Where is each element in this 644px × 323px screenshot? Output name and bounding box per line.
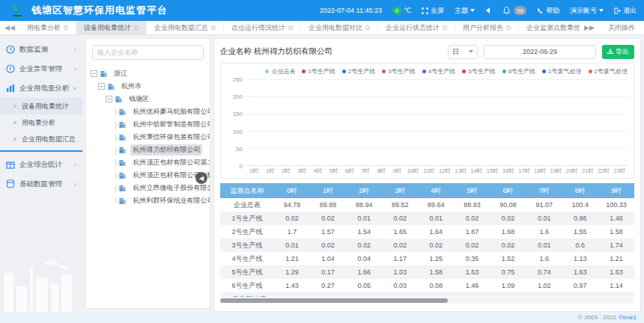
bar-column-22时[interactable]	[595, 79, 611, 165]
tab-点位运行情况统计[interactable]: 点位运行情况统计	[224, 21, 301, 34]
sidebar-item-数据监测[interactable]: 数据监测‹	[0, 40, 82, 59]
bar-column-14时[interactable]	[469, 79, 484, 165]
tree-node-杭州顶正包材有限公司第二工厂[interactable]: ├杭州顶正包材有限公司第二工厂	[88, 156, 208, 169]
tab-企业运行状态统计[interactable]: 企业运行状态统计	[378, 21, 455, 34]
tree-node-杭州秉信环保包装有限公司[interactable]: ├杭州秉信环保包装有限公司	[88, 131, 208, 144]
value-cell: 94.78	[274, 198, 310, 212]
bar-column-2时[interactable]	[278, 79, 294, 165]
legend-item-1号废气处理[interactable]: 1号废气处理	[542, 67, 581, 76]
bar-column-21时[interactable]	[580, 79, 595, 165]
tree-node-杭州立昂微电子股份有限公司[interactable]: ├杭州立昂微电子股份有限公司	[88, 182, 208, 194]
tab-dot-icon[interactable]	[288, 25, 293, 30]
tree-node-杭州得力纺织有限公司[interactable]: ├杭州得力纺织有限公司	[88, 144, 208, 156]
tabs-scroll-left-icon[interactable]: ◀◀	[0, 21, 19, 34]
legend-item-企业总表[interactable]: 企业总表	[265, 67, 295, 76]
tab-设备用电量统计[interactable]: 设备用电量统计	[76, 21, 147, 34]
tree-node-杭州优科豪马轮胎有限公司[interactable]: ├杭州优科豪马轮胎有限公司	[88, 105, 208, 118]
bar-column-8时[interactable]	[374, 79, 389, 165]
scrollbar-thumb[interactable]	[220, 298, 448, 303]
date-picker-input[interactable]	[484, 45, 596, 59]
logout-button[interactable]: 退出	[614, 6, 637, 16]
tree-connector: ├	[113, 185, 118, 192]
tree-connector: └	[113, 197, 118, 205]
help-button[interactable]: 帮助	[537, 6, 559, 16]
sidebar-item-企业异常管理[interactable]: 企业异常管理‹	[0, 59, 82, 79]
bar-column-11时[interactable]	[421, 79, 437, 165]
tree-expander-icon[interactable]: −	[98, 83, 105, 90]
bar-column-9时[interactable]	[389, 79, 405, 165]
tree-node-杭州顶正包材有限公司（软包厂）[interactable]: ├杭州顶正包材有限公司（软包厂）	[88, 169, 208, 182]
bar-column-12时[interactable]	[437, 79, 452, 165]
bar-column-23时[interactable]	[612, 79, 628, 165]
tabs-scroll-right-icon[interactable]: ▶▶	[580, 21, 599, 34]
notifications-button[interactable]: 56	[503, 6, 526, 15]
legend-item-3号生产线[interactable]: 3号生产线	[382, 67, 415, 76]
bar-column-16时[interactable]	[500, 79, 516, 165]
value-cell: 0.02	[274, 212, 310, 225]
sidebar-subitem-设备用电量统计[interactable]: 设备用电量统计	[0, 98, 82, 114]
tab-dot-icon[interactable]	[134, 25, 139, 30]
company-search-input[interactable]	[92, 45, 204, 60]
bar-chart-icon	[6, 84, 15, 93]
bar-column-5时[interactable]	[326, 79, 341, 165]
bar-column-4时[interactable]	[310, 79, 326, 165]
legend-item-4号生产线[interactable]: 4号生产线	[422, 67, 455, 76]
legend-item-2号废气处理[interactable]: 2号废气处理	[589, 67, 628, 76]
tree-node-浙江[interactable]: −浙江	[88, 67, 208, 80]
tab-dot-icon[interactable]	[64, 25, 68, 30]
bar-column-6时[interactable]	[341, 79, 357, 165]
tab-企业监测点数量统计报表[interactable]: 企业监测点数量统计报表	[519, 21, 580, 34]
legend-item-1号生产线[interactable]: 1号生产线	[302, 67, 335, 76]
tree-expander-icon[interactable]: −	[91, 70, 97, 77]
sidebar-item-企业用电量分析[interactable]: 企业用电量分析˅	[0, 79, 82, 98]
bar-column-13时[interactable]	[453, 79, 469, 165]
tab-dot-icon[interactable]	[443, 25, 447, 30]
close-operations-dropdown[interactable]: 关闭操作	[599, 21, 644, 34]
bar-column-10时[interactable]	[405, 79, 421, 165]
tab-dot-icon[interactable]	[211, 25, 216, 30]
tree-node-钱塘区[interactable]: −钱塘区	[88, 93, 208, 105]
tab-用户分析报告[interactable]: 用户分析报告	[455, 21, 519, 34]
collapse-arrow-button[interactable]	[485, 7, 493, 13]
sidebar-subitem-用电量分析[interactable]: 用电量分析	[0, 114, 82, 131]
account-dropdown[interactable]: 演示账号	[570, 6, 604, 16]
tree-connector: ├	[113, 121, 118, 129]
sidebar-item-基础数据管理[interactable]: 基础数据管理‹	[0, 174, 82, 194]
bar-column-7时[interactable]	[357, 79, 373, 165]
bar-column-3时[interactable]	[294, 79, 310, 165]
building-icon	[118, 159, 127, 167]
bar-column-20时[interactable]	[564, 79, 580, 165]
bar-column-18时[interactable]	[532, 79, 548, 165]
vendor-link[interactable]: ©true1	[619, 314, 637, 321]
legend-item-6号生产线[interactable]: 6号生产线	[502, 67, 535, 76]
theme-dropdown[interactable]: 主题	[455, 6, 475, 16]
sidebar-item-企业综合统计[interactable]: 企业综合统计‹	[0, 155, 82, 174]
bar-column-19时[interactable]	[548, 79, 564, 165]
value-cell: 1.57	[310, 225, 346, 239]
chevron-collapsed-icon: ‹	[74, 46, 76, 53]
horizontal-scrollbar[interactable]	[220, 298, 634, 304]
legend-item-2号生产线[interactable]: 2号生产线	[342, 67, 375, 76]
legend-item-5号生产线[interactable]: 5号生产线	[462, 67, 495, 76]
tab-用电量分析[interactable]: 用电量分析	[19, 21, 76, 34]
bar-column-1时[interactable]	[262, 79, 278, 165]
period-select[interactable]: 日	[448, 45, 478, 59]
tab-dot-icon[interactable]	[506, 25, 511, 30]
tab-企业用电数据对比[interactable]: 企业用电数据对比	[301, 21, 378, 34]
export-button[interactable]: 导出	[602, 45, 634, 59]
tab-dot-icon[interactable]	[365, 25, 370, 30]
tree-expander-icon[interactable]: −	[106, 96, 112, 102]
fullscreen-button[interactable]: 全屏	[422, 6, 444, 16]
bar-column-17时[interactable]	[516, 79, 532, 165]
chevron-collapsed-icon: ‹	[74, 162, 76, 168]
tab-企业用电数据汇总[interactable]: 企业用电数据汇总	[147, 21, 224, 34]
tree-node-杭州市[interactable]: −杭州市	[88, 80, 208, 93]
bar-column-0时[interactable]	[246, 79, 262, 165]
legend-swatch	[462, 70, 466, 73]
city-skyline-decoration	[0, 244, 82, 312]
panel-collapse-button[interactable]: ◀	[195, 172, 207, 184]
bar-column-15时[interactable]	[484, 79, 500, 165]
tree-node-杭州利群环保纸业有限公司[interactable]: └杭州利群环保纸业有限公司	[88, 194, 208, 207]
tree-node-杭州中纺胶管制造有限公司[interactable]: ├杭州中纺胶管制造有限公司	[88, 118, 208, 131]
sidebar-subitem-企业用电数据汇总[interactable]: 企业用电数据汇总	[0, 131, 82, 147]
